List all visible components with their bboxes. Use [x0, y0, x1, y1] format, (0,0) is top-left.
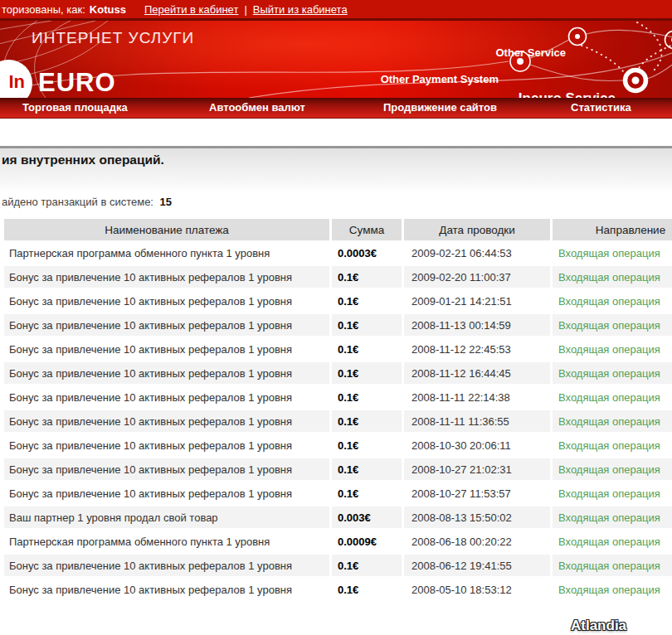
cell-amount: 0.1€ [332, 433, 402, 457]
cell-amount: 0.0009€ [332, 529, 402, 553]
table-row: Бонус за привлечение 10 активных реферал… [4, 385, 672, 409]
cell-name: Бонус за привлечение 10 активных реферал… [4, 433, 329, 457]
cell-direction: Входящая операция [553, 529, 672, 553]
other-payment-system-label: Other Payment System [381, 73, 499, 85]
cell-direction: Входящая операция [553, 553, 672, 577]
nav-item-exchange[interactable]: Автообмен валют [209, 98, 305, 118]
table-header-row: Наименование платежа Сумма Дата проводки… [4, 219, 672, 240]
cell-date: 2008-11-13 00:14:59 [404, 313, 550, 337]
found-transactions-line: айдено транзакций в системе: 15 [0, 196, 672, 209]
cell-amount: 0.1€ [332, 288, 402, 313]
title-band: ия внутренних операций. [0, 148, 672, 191]
table-row: Бонус за привлечение 10 активных реферал… [4, 457, 672, 481]
table-row: Бонус за привлечение 10 активных реферал… [4, 313, 672, 337]
logo-euro-text: EURO [38, 68, 116, 98]
spacer [0, 119, 672, 146]
cell-name: Бонус за привлечение 10 активных реферал… [4, 264, 329, 288]
cell-name: Партнерская программа обменного пункта 1… [4, 240, 329, 264]
cell-name: Бонус за привлечение 10 активных реферал… [4, 337, 329, 361]
nav-item-trading[interactable]: Торговая площадка [22, 98, 128, 118]
cell-amount: 0.1€ [332, 553, 402, 577]
cell-date: 2009-01-21 14:21:51 [404, 288, 550, 313]
found-label: айдено транзакций в системе: [2, 196, 153, 208]
cell-amount: 0.1€ [332, 385, 402, 409]
transactions-table: Наименование платежа Сумма Дата проводки… [2, 219, 672, 601]
header-payment-name: Наименование платежа [4, 219, 329, 240]
cell-date: 2008-11-12 22:45:53 [404, 337, 550, 361]
header-amount: Сумма [332, 219, 402, 240]
cell-date: 2009-02-21 06:44:53 [404, 240, 550, 264]
cell-name: Бонус за привлечение 10 активных реферал… [4, 409, 329, 433]
cell-amount: 0.1€ [332, 264, 402, 288]
cell-date: 2008-11-11 11:36:55 [404, 409, 550, 433]
cell-amount: 0.1€ [332, 481, 402, 505]
table-row: Партнерская программа обменного пункта 1… [4, 529, 672, 553]
table-row: Бонус за привлечение 10 активных реферал… [4, 577, 672, 601]
cell-amount: 0.003€ [332, 505, 402, 529]
cell-direction: Входящая операция [553, 433, 672, 457]
cell-date: 2008-05-10 18:53:12 [404, 577, 550, 601]
table-row: Ваш партнер 1 уровня продал свой товар0.… [4, 505, 672, 529]
table-row: Партнерская программа обменного пункта 1… [4, 240, 672, 264]
cell-date: 2008-10-27 11:53:57 [404, 481, 550, 505]
cell-direction: Входящая операция [553, 264, 672, 288]
cell-date: 2008-06-18 00:20:22 [404, 529, 550, 553]
go-to-cabinet-link[interactable]: Перейти в кабинет [144, 3, 238, 16]
cell-direction: Входящая операция [553, 385, 672, 409]
cell-date: 2008-08-13 15:50:02 [404, 505, 550, 529]
cell-direction: Входящая операция [553, 361, 672, 385]
cell-direction: Входящая операция [553, 240, 672, 264]
cell-name: Бонус за привлечение 10 активных реферал… [4, 577, 329, 601]
page-title: ия внутренних операций. [2, 153, 672, 167]
cell-amount: 0.1€ [332, 337, 402, 361]
cell-name: Бонус за привлечение 10 активных реферал… [4, 361, 329, 385]
cell-direction: Входящая операция [553, 288, 672, 313]
nav-item-promotion[interactable]: Продвижение сайтов [383, 98, 497, 118]
cell-name: Ваш партнер 1 уровня продал свой товар [4, 505, 329, 529]
cell-date: 2008-10-27 21:02:31 [404, 457, 550, 481]
table-row: Бонус за привлечение 10 активных реферал… [4, 288, 672, 313]
table-row: Бонус за привлечение 10 активных реферал… [4, 361, 672, 385]
nav-item-statistics[interactable]: Статистика [571, 98, 631, 118]
cell-date: 2008-11-11 22:14:38 [404, 385, 550, 409]
cell-date: 2009-02-20 11:00:37 [404, 264, 550, 288]
table-row: Бонус за привлечение 10 активных реферал… [4, 264, 672, 288]
header-direction: Направление [553, 219, 672, 240]
page: торизованы, как: Kotuss Перейти в кабине… [0, 0, 672, 635]
cell-amount: 0.1€ [332, 577, 402, 601]
cell-direction: Входящая операция [553, 481, 672, 505]
site-banner: ИНТЕРНЕТ УСЛУГИ In EURO Other Service Ot… [0, 21, 672, 98]
table-row: Бонус за привлечение 10 активных реферал… [4, 433, 672, 457]
ineuro-service-label: Ineuro Service [519, 90, 616, 98]
cell-name: Бонус за привлечение 10 активных реферал… [4, 288, 329, 313]
watermark: Atlandia [571, 618, 626, 634]
found-count: 15 [160, 196, 172, 208]
cell-name: Бонус за привлечение 10 активных реферал… [4, 385, 329, 409]
cell-amount: 0.1€ [332, 313, 402, 337]
table-row: Бонус за привлечение 10 активных реферал… [4, 553, 672, 577]
cell-name: Бонус за привлечение 10 активных реферал… [4, 457, 329, 481]
cell-name: Бонус за привлечение 10 активных реферал… [4, 553, 329, 577]
cell-amount: 0.0003€ [332, 240, 402, 264]
other-service-label: Other Service [495, 46, 566, 59]
logo-in-text: In [8, 71, 25, 93]
auth-bar: торизованы, как: Kotuss Перейти в кабине… [0, 0, 672, 18]
table-row: Бонус за привлечение 10 активных реферал… [4, 481, 672, 505]
cell-direction: Входящая операция [553, 337, 672, 361]
table-row: Бонус за привлечение 10 активных реферал… [4, 409, 672, 433]
cell-amount: 0.1€ [332, 409, 402, 433]
table-row: Бонус за привлечение 10 активных реферал… [4, 337, 672, 361]
logout-link[interactable]: Выйти из кабинета [253, 3, 348, 16]
username: Kotuss [90, 3, 126, 16]
cell-direction: Входящая операция [553, 313, 672, 337]
tagline: ИНТЕРНЕТ УСЛУГИ [32, 29, 194, 47]
link-separator: | [244, 3, 246, 16]
cell-date: 2008-06-12 19:41:55 [404, 553, 550, 577]
cell-direction: Входящая операция [553, 505, 672, 529]
header-date: Дата проводки [404, 219, 550, 240]
cell-name: Партнерская программа обменного пункта 1… [4, 529, 329, 553]
cell-direction: Входящая операция [553, 457, 672, 481]
cell-amount: 0.1€ [332, 361, 402, 385]
auth-prefix: торизованы, как: [2, 3, 85, 16]
main-nav: Торговая площадка Автообмен валют Продви… [0, 98, 672, 119]
